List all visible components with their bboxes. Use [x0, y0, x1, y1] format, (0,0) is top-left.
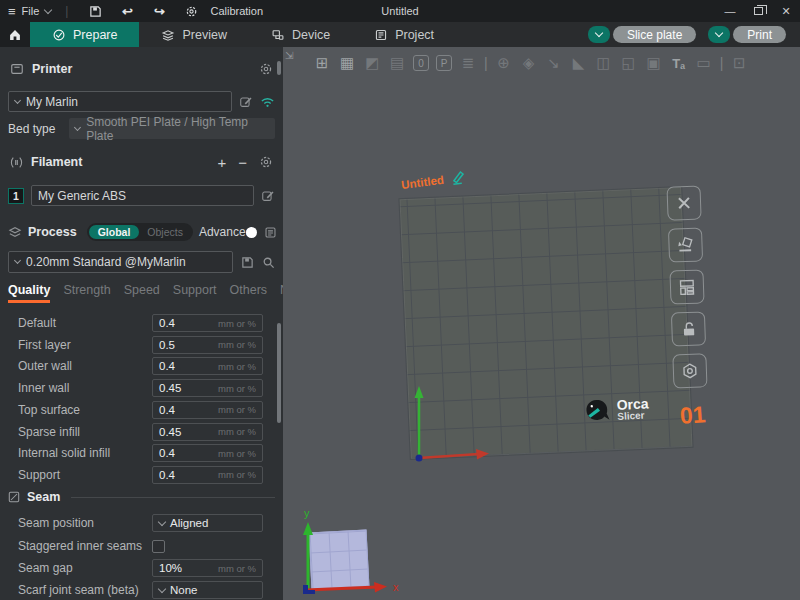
hamburger-menu-icon[interactable]: ≡: [8, 4, 16, 19]
filament-settings-gear-icon[interactable]: [259, 155, 273, 169]
scope-objects-button[interactable]: Objects: [139, 226, 191, 238]
calibration-menu[interactable]: Calibration: [210, 5, 263, 17]
layers-icon[interactable]: ≣: [459, 54, 477, 72]
params-scrollbar-thumb[interactable]: [277, 323, 281, 423]
tab-support[interactable]: Support: [173, 283, 217, 303]
slice-plate-button[interactable]: Slice plate: [613, 26, 696, 43]
tab-others[interactable]: Others: [230, 283, 268, 303]
arrange-icon[interactable]: ▤: [388, 54, 406, 72]
lock-plate-button[interactable]: [671, 311, 706, 346]
add-plate-icon[interactable]: ▦: [338, 54, 356, 72]
auto-orient-plate-button[interactable]: [668, 227, 703, 262]
arrange-plate-button[interactable]: [669, 269, 704, 304]
scarf-seam-dropdown[interactable]: None: [152, 581, 263, 599]
tab-quality[interactable]: Quality: [8, 283, 50, 303]
print-button[interactable]: Print: [733, 26, 786, 43]
split-parts-icon[interactable]: ◱: [620, 54, 638, 72]
edit-plate-name-icon[interactable]: [448, 169, 467, 186]
paste-icon[interactable]: P: [436, 55, 452, 71]
move-icon[interactable]: ⊕: [495, 54, 513, 72]
scarf-seam-row: Scarf joint seam (beta) None: [0, 580, 270, 600]
edit-filament-icon[interactable]: [261, 189, 275, 203]
slice-options-dropdown[interactable]: [588, 26, 610, 43]
assembly-view-icon[interactable]: ⊡: [730, 54, 748, 72]
maximize-button[interactable]: [744, 0, 772, 22]
add-filament-button[interactable]: +: [217, 154, 226, 171]
tab-prepare[interactable]: Prepare: [30, 22, 139, 47]
tab-speed[interactable]: Speed: [124, 283, 160, 303]
search-params-icon[interactable]: [262, 256, 275, 269]
save-preset-icon[interactable]: [241, 256, 254, 269]
tab-strength[interactable]: Strength: [63, 283, 110, 303]
print-options-dropdown[interactable]: [708, 26, 730, 43]
tab-preview[interactable]: Preview: [139, 22, 248, 47]
measure-icon[interactable]: ▭: [695, 54, 713, 72]
param-input[interactable]: 0.4mm or %: [152, 314, 263, 332]
save-icon[interactable]: [82, 5, 108, 18]
edit-printer-icon[interactable]: [239, 95, 253, 109]
remove-filament-button[interactable]: −: [238, 154, 247, 171]
process-preset-dropdown[interactable]: 0.20mm Standard @MyMarlin: [8, 251, 233, 273]
plate-name-label[interactable]: Untitled: [400, 169, 466, 192]
home-button[interactable]: [0, 22, 30, 47]
slice-plate-split-button: Slice plate: [588, 26, 696, 43]
text-icon[interactable]: Tₐ: [670, 56, 688, 71]
param-input[interactable]: 0.4mm or %: [152, 401, 263, 419]
orca-slicer-logo: Orca Slicer: [582, 394, 649, 425]
redo-icon[interactable]: ↪: [146, 4, 172, 19]
unlock-icon: [680, 320, 698, 338]
filament-preset-field[interactable]: My Generic ABS: [31, 185, 254, 206]
viewport-3d[interactable]: ⇲ ⊞ ▦ ◩ ▤ 0 P ≣ | ⊕ ◈ ↘ ◣ ◫ ◱ ▣ Tₐ ▭ | ⊡…: [283, 47, 800, 600]
tab-preview-label: Preview: [182, 28, 226, 42]
tab-device[interactable]: Device: [249, 22, 352, 47]
mesh-boolean-icon[interactable]: ▣: [645, 54, 663, 72]
sidebar-scrollbar-thumb[interactable]: [277, 61, 281, 75]
lay-on-face-icon[interactable]: ◣: [570, 54, 588, 72]
param-label: Internal solid infill: [0, 446, 110, 460]
plate-thumbnail[interactable]: y x: [291, 497, 406, 600]
printer-preset-value: My Marlin: [26, 95, 78, 109]
params-list-icon[interactable]: [264, 226, 277, 239]
printer-section-title: Printer: [32, 62, 72, 76]
param-label: Top surface: [0, 403, 80, 417]
minimize-button[interactable]: —: [716, 0, 744, 22]
process-tabs: Quality Strength Speed Support Others No…: [0, 283, 283, 303]
param-input[interactable]: 0.4mm or %: [152, 444, 263, 462]
delete-plate-button[interactable]: [666, 185, 701, 220]
add-object-icon[interactable]: ⊞: [313, 54, 331, 72]
process-scope-toggle: Global Objects: [87, 223, 193, 241]
rotate-icon[interactable]: ◈: [520, 54, 538, 72]
process-preset-value: 0.20mm Standard @MyMarlin: [26, 255, 186, 269]
undo-icon[interactable]: ↩: [114, 4, 140, 19]
filament-icon: [10, 156, 23, 169]
scope-global-button[interactable]: Global: [89, 225, 140, 239]
titlebar: ≡ File | ↩ ↪ Calibration Untitled — ✕: [0, 0, 800, 22]
file-menu-chevron-icon[interactable]: [44, 5, 52, 13]
auto-orient-icon[interactable]: ◩: [363, 54, 381, 72]
tab-project[interactable]: Project: [352, 22, 456, 47]
plate-axes-indicator: [403, 342, 498, 470]
settings-sidebar: Printer My Marlin Bed type Smooth PEI Pl…: [0, 47, 283, 600]
close-button[interactable]: ✕: [772, 0, 800, 22]
copy-icon[interactable]: 0: [413, 55, 429, 71]
seam-position-dropdown[interactable]: Aligned: [152, 514, 263, 532]
bed-type-dropdown[interactable]: Smooth PEI Plate / High Temp Plate: [69, 118, 275, 139]
param-input[interactable]: 0.45mm or %: [152, 379, 263, 397]
param-input[interactable]: 0.4mm or %: [152, 466, 263, 484]
scale-icon[interactable]: ↘: [545, 54, 563, 72]
staggered-seams-checkbox[interactable]: [152, 540, 165, 553]
param-label: Sparse infill: [0, 425, 80, 439]
param-row: Default 0.4mm or %: [0, 313, 270, 333]
printer-connection-wifi-icon[interactable]: [260, 96, 275, 108]
collapse-sidebar-icon[interactable]: ⇲: [285, 50, 293, 61]
split-objects-icon[interactable]: ◫: [595, 54, 613, 72]
printer-preset-dropdown[interactable]: My Marlin: [8, 91, 232, 112]
plate-settings-button[interactable]: [672, 353, 707, 388]
param-input[interactable]: 0.5mm or %: [152, 336, 263, 354]
param-input[interactable]: 0.45mm or %: [152, 423, 263, 441]
seam-gap-input[interactable]: 10%mm or %: [152, 559, 263, 577]
file-menu[interactable]: File: [22, 5, 40, 17]
param-input[interactable]: 0.4mm or %: [152, 357, 263, 375]
printer-settings-gear-icon[interactable]: [259, 62, 273, 76]
calibration-icon[interactable]: [178, 5, 204, 18]
